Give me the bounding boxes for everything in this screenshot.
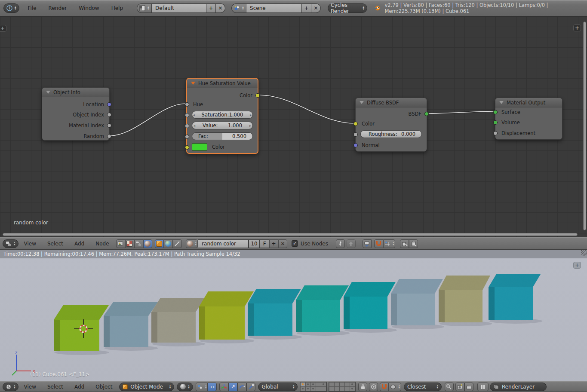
auto-render-button[interactable] [363,239,372,248]
manipulator-axes-button[interactable] [219,383,228,391]
menu-render[interactable]: Render [43,5,73,11]
opengl-render-image-button[interactable] [455,383,464,391]
socket-bsdf-output[interactable] [424,112,429,116]
slider-right-arrow-icon[interactable]: ▸ [249,113,252,117]
editor-type-button-3dview[interactable]: ▴▾ [3,383,18,391]
snap-toggle-button[interactable] [374,239,383,248]
add-layout-button[interactable]: + [206,3,216,13]
layer-cell[interactable] [335,383,339,386]
node-header[interactable]: Hue Saturation Value [187,79,258,88]
layers-widget-visible[interactable] [300,382,327,392]
node-diffuse-bsdf[interactable]: Diffuse BSDF BSDF Color Roughness: 0.000… [355,98,427,152]
slider-right-arrow-icon[interactable]: ▸ [248,124,252,128]
keying-button[interactable] [445,383,454,391]
socket-object-index-output[interactable] [107,113,111,117]
menu-select[interactable]: Select [42,241,69,247]
menu-view[interactable]: View [18,384,42,390]
socket-color-output[interactable] [255,93,260,98]
shader-type-linestyle-button[interactable] [173,239,182,248]
layer-cell[interactable] [311,383,316,386]
layer-cell[interactable] [350,387,355,391]
socket-material-index-output[interactable] [107,123,111,128]
new-material-button[interactable]: + [269,239,278,248]
pause-button[interactable] [477,383,489,391]
socket-saturation-input[interactable] [185,113,189,117]
opengl-render-anim-button[interactable] [464,383,473,391]
node-header[interactable]: Object Info [42,88,109,97]
socket-roughness-input[interactable] [353,132,358,137]
menu-object[interactable]: Object [90,384,118,390]
menu-select[interactable]: Select [42,384,69,390]
layer-cell[interactable] [321,383,326,386]
proportional-edit-button[interactable] [369,383,378,391]
roughness-slider[interactable]: Roughness: 0.000 [360,130,422,138]
screen-layout-field[interactable]: Default [151,3,206,13]
rotate-manipulator-button[interactable] [237,383,246,391]
scale-manipulator-button[interactable] [246,383,255,391]
layer-cell[interactable] [321,387,326,391]
collapse-triangle-icon[interactable] [191,82,195,85]
socket-surface-input[interactable] [493,110,498,114]
layer-cell[interactable] [301,387,305,391]
menu-add[interactable]: Add [69,241,90,247]
screen-layout-icon[interactable]: ▴▾ [137,3,151,13]
snap-element-dropdown[interactable]: ▴▾ [389,383,401,391]
collapse-triangle-icon[interactable] [360,101,364,104]
material-browse-button[interactable]: ▴▾ [186,239,198,248]
value-slider[interactable]: ◂ Value: 1.000 ▸ [192,122,253,129]
layers-widget-secondary[interactable] [329,382,356,392]
render-engine-dropdown[interactable]: Cycles Render ▴▾ [328,3,367,13]
delete-scene-button[interactable]: ✕ [311,3,321,13]
socket-location-output[interactable] [107,102,111,107]
node-object-info[interactable]: Object Info Location Object Index Materi… [42,87,110,141]
socket-normal-input[interactable] [353,143,358,147]
lock-to-scene-button[interactable] [358,383,367,391]
delete-layout-button[interactable]: ✕ [216,3,225,13]
fake-user-button[interactable]: F [260,239,269,248]
menu-node[interactable]: Node [90,241,114,247]
socket-hue-input[interactable] [185,102,189,107]
socket-displacement-input[interactable] [493,131,498,135]
layer-cell[interactable] [340,387,344,391]
shader-type-world-button[interactable] [164,239,173,248]
viewport-shading-dropdown[interactable]: ▴▾ [177,383,193,391]
layer-cell[interactable] [316,383,321,386]
layer-cell[interactable] [345,383,350,386]
node-material-output[interactable]: Material Output Surface Volume Displacem… [495,98,562,140]
menu-add[interactable]: Add [69,384,90,390]
properties-expand-tab[interactable]: + [573,24,581,31]
area-resize-corner[interactable] [581,250,587,256]
node-header[interactable]: Material Output [495,98,562,107]
layer-cell[interactable] [335,387,339,391]
fac-slider[interactable]: Fac: 0.500 [192,132,253,140]
node-header[interactable]: Diffuse BSDF [356,98,427,107]
use-nodes-checkbox[interactable]: ✓ [292,240,298,247]
layer-cell[interactable] [311,387,316,391]
layer-cell[interactable] [329,387,334,391]
node-editor-vertical-scrollbar[interactable] [583,21,586,230]
slider-left-arrow-icon[interactable]: ◂ [192,113,196,117]
layer-cell[interactable] [345,387,350,391]
snap-target-dropdown[interactable]: Closest ▴▾ [404,383,442,391]
tree-type-compositing-button[interactable] [134,239,143,248]
pin-button[interactable] [336,239,345,248]
node-editor-horizontal-scrollbar[interactable] [3,233,578,236]
saturation-slider[interactable]: ◂ Saturation: 1.000 ▸ [192,111,253,119]
layer-cell[interactable] [306,383,310,386]
socket-color-input[interactable] [353,122,358,126]
scene-name-field[interactable]: Scene [246,3,302,13]
copy-nodes-button[interactable] [400,239,409,248]
layer-cell[interactable] [306,387,310,391]
shader-type-object-button[interactable] [155,239,164,248]
menu-file[interactable]: File [22,5,43,11]
layer-cell[interactable] [301,383,305,386]
render-layer-dropdown[interactable]: RenderLayer [490,383,547,391]
layer-cell[interactable] [329,383,334,386]
socket-value-input[interactable] [185,124,189,128]
layer-cell[interactable] [350,383,355,386]
unlink-material-button[interactable]: ✕ [278,239,287,248]
snap-mode-dropdown[interactable]: ▴▾ [383,239,396,248]
translate-manipulator-button[interactable]: ↗ [228,383,237,391]
editor-type-button-node[interactable]: ▴▾ [3,239,18,248]
tree-type-texture-button[interactable] [125,239,134,248]
